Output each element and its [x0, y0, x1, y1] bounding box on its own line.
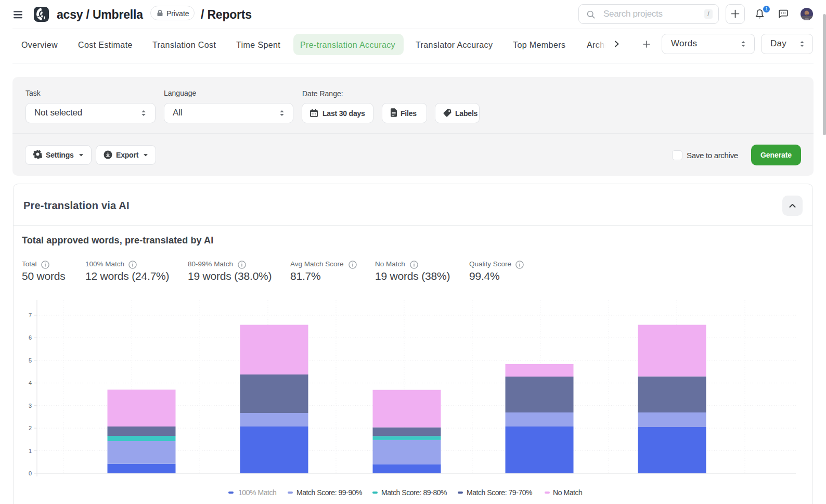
svg-text:6: 6 — [29, 334, 32, 341]
svg-text:1: 1 — [29, 448, 32, 454]
svg-text:7: 7 — [29, 312, 32, 318]
svg-text:0: 0 — [29, 470, 32, 476]
svg-text:4: 4 — [29, 380, 32, 386]
svg-text:3: 3 — [29, 403, 32, 409]
svg-text:5: 5 — [29, 357, 32, 364]
svg-text:2: 2 — [29, 425, 32, 431]
